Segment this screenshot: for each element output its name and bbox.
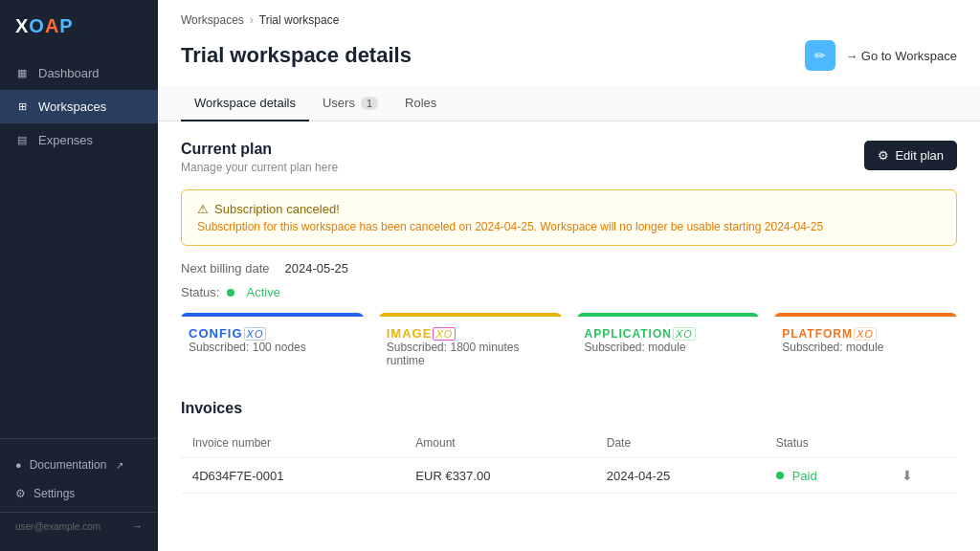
col-status: Status	[765, 429, 890, 458]
logo: XOAP	[0, 0, 158, 49]
breadcrumb-separator: ›	[250, 13, 254, 27]
product-cards: CONFIGXO Subscribed: 100 nodes IMAGEXO S…	[181, 313, 957, 377]
sidebar-item-dashboard[interactable]: ▦ Dashboard	[0, 56, 158, 90]
col-invoice-number: Invoice number	[181, 429, 404, 458]
goto-workspace-button[interactable]: → Go to Workspace	[845, 49, 957, 63]
plan-section-header: Current plan Manage your current plan he…	[181, 141, 957, 174]
product-name: PLATFORMXO	[782, 326, 949, 341]
page-header: Trial workspace details ✏ → Go to Worksp…	[158, 33, 980, 86]
edit-plan-button[interactable]: ⚙ Edit plan	[864, 141, 957, 170]
edit-plan-label: Edit plan	[895, 148, 944, 163]
sidebar-item-label: Settings	[33, 487, 75, 500]
paid-badge: Paid	[776, 469, 879, 483]
invoice-actions: ⬇	[890, 458, 957, 494]
tabs: Workspace details Users 1 Roles	[158, 86, 980, 121]
alert-message: Subscription for this workspace has been…	[197, 220, 941, 233]
users-badge: 1	[361, 97, 378, 110]
external-link-icon: ↗	[116, 460, 123, 471]
invoices-title: Invoices	[181, 400, 957, 417]
status-row: Status: Active	[181, 285, 957, 299]
page-title: Trial workspace details	[181, 43, 412, 68]
workspaces-icon: ⊞	[15, 100, 29, 114]
tab-label: Roles	[405, 96, 436, 110]
billing-date-row: Next billing date 2024-05-25	[181, 261, 348, 276]
product-body: APPLICATIONXO Subscribed: module	[577, 317, 760, 364]
subscription-alert: ⚠ Subscription canceled! Subscription fo…	[181, 189, 957, 246]
sidebar-item-label: Documentation	[30, 458, 107, 472]
status-value: Active	[246, 285, 279, 299]
invoice-number: 4D634F7E-0001	[181, 458, 404, 494]
tab-workspace-details[interactable]: Workspace details	[181, 86, 309, 121]
documentation-icon: ●	[15, 459, 22, 471]
invoice-status: Paid	[765, 458, 890, 494]
billing-info: Next billing date 2024-05-25	[181, 261, 957, 276]
paid-indicator	[776, 472, 784, 479]
tab-roles[interactable]: Roles	[391, 86, 450, 121]
content-area: Current plan Manage your current plan he…	[158, 121, 980, 513]
product-subscription: Subscribed: 1800 minutes runtime	[387, 341, 554, 367]
product-card-imagexo: IMAGEXO Subscribed: 1800 minutes runtime	[379, 313, 562, 377]
tab-label: Users	[323, 96, 355, 110]
goto-label: → Go to Workspace	[845, 49, 957, 63]
header-actions: ✏ → Go to Workspace	[805, 40, 957, 71]
product-body: PLATFORMXO Subscribed: module	[774, 317, 957, 364]
product-subscription: Subscribed: module	[585, 341, 752, 354]
col-amount: Amount	[404, 429, 594, 458]
edit-button[interactable]: ✏	[805, 40, 835, 71]
product-subscription: Subscribed: module	[782, 341, 949, 354]
edit-icon: ✏	[814, 48, 826, 63]
warning-icon: ⚠	[197, 202, 209, 216]
user-info: user@example.com →	[0, 512, 158, 540]
logo-text: XOAP	[15, 15, 74, 37]
download-icon[interactable]: ⬇	[902, 468, 913, 483]
product-name: APPLICATIONXO	[585, 326, 752, 341]
sidebar-item-documentation[interactable]: ● Documentation ↗	[0, 451, 158, 479]
sidebar-item-label: Expenses	[38, 133, 93, 147]
product-name: CONFIGXO	[189, 326, 356, 341]
product-body: CONFIGXO Subscribed: 100 nodes	[181, 317, 364, 364]
col-date: Date	[595, 429, 765, 458]
breadcrumb-current: Trial workspace	[259, 13, 340, 27]
table-header-row: Invoice number Amount Date Status	[181, 429, 957, 458]
breadcrumb: Workspaces › Trial workspace	[158, 0, 980, 33]
product-card-applicationxo: APPLICATIONXO Subscribed: module	[577, 313, 760, 377]
product-card-configxo: CONFIGXO Subscribed: 100 nodes	[181, 313, 364, 377]
tab-label: Workspace details	[194, 96, 296, 110]
col-actions	[890, 429, 957, 458]
sidebar: XOAP ▦ Dashboard ⊞ Workspaces ▤ Expenses…	[0, 0, 158, 551]
product-subscription: Subscribed: 100 nodes	[189, 341, 356, 354]
product-card-platformxo: PLATFORMXO Subscribed: module	[774, 313, 957, 377]
dashboard-icon: ▦	[15, 67, 29, 80]
gear-icon: ⚙	[878, 148, 889, 163]
username: user@example.com	[15, 521, 100, 532]
main-content: Workspaces › Trial workspace Trial works…	[158, 0, 980, 551]
logout-icon[interactable]: →	[132, 520, 143, 532]
alert-title: ⚠ Subscription canceled!	[197, 202, 941, 216]
sidebar-item-label: Dashboard	[38, 66, 100, 80]
alert-title-text: Subscription canceled!	[214, 202, 340, 216]
plan-title-group: Current plan Manage your current plan he…	[181, 141, 338, 174]
status-indicator	[227, 289, 234, 297]
expenses-icon: ▤	[15, 134, 29, 147]
billing-date-label: Next billing date	[181, 261, 270, 276]
settings-icon: ⚙	[15, 487, 26, 500]
invoice-table: Invoice number Amount Date Status 4D634F…	[181, 429, 957, 494]
sidebar-bottom: ● Documentation ↗ ⚙ Settings user@exampl…	[0, 438, 158, 551]
tab-users[interactable]: Users 1	[309, 86, 391, 121]
sidebar-item-label: Workspaces	[38, 99, 106, 114]
sidebar-item-workspaces[interactable]: ⊞ Workspaces	[0, 90, 158, 123]
status-label: Status:	[181, 285, 219, 299]
status-text: Paid	[792, 469, 817, 483]
product-name: IMAGEXO	[387, 326, 554, 341]
invoice-date: 2024-04-25	[595, 458, 765, 494]
billing-date-value: 2024-05-25	[285, 261, 349, 276]
invoice-amount: EUR €337.00	[404, 458, 594, 494]
sidebar-item-settings[interactable]: ⚙ Settings	[0, 479, 158, 508]
current-plan-title: Current plan	[181, 141, 338, 158]
breadcrumb-workspaces[interactable]: Workspaces	[181, 13, 244, 27]
product-body: IMAGEXO Subscribed: 1800 minutes runtime	[379, 317, 562, 377]
sidebar-item-expenses[interactable]: ▤ Expenses	[0, 123, 158, 157]
nav: ▦ Dashboard ⊞ Workspaces ▤ Expenses	[0, 49, 158, 438]
table-row: 4D634F7E-0001 EUR €337.00 2024-04-25 Pai…	[181, 458, 957, 494]
current-plan-subtitle: Manage your current plan here	[181, 161, 338, 174]
